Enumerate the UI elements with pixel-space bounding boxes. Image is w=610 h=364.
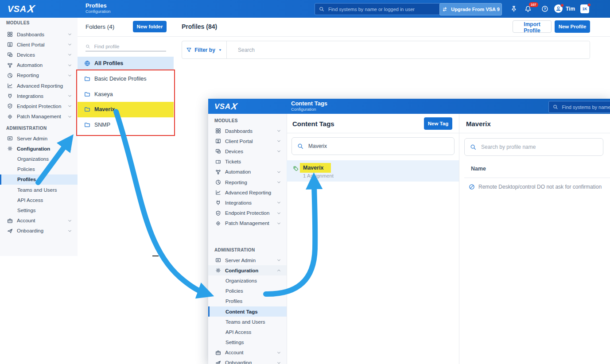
profile-row[interactable]: Remote Desktop/control DO not ask for co… [469, 183, 607, 190]
chevron-down-icon [276, 149, 281, 154]
chevron-down-icon [276, 170, 281, 174]
main-sidebar: MODULES Dashboards Client Portal Devices… [0, 18, 78, 256]
patch-management-icon [215, 221, 221, 226]
profile-search-input[interactable] [480, 143, 598, 151]
administration-section-label: ADMINISTRATION [214, 248, 255, 252]
chevron-up-icon [67, 146, 72, 151]
sidebar-item-patch-management[interactable]: Patch Management [0, 112, 78, 122]
sidebar-item-client-portal[interactable]: Client Portal [0, 39, 78, 50]
upgrade-label: Upgrade From VSA 9 [451, 7, 500, 12]
sidebar-item-settings[interactable]: Settings [0, 205, 78, 215]
sidebar-item-policies[interactable]: Policies [0, 164, 78, 174]
sidebar-item-account[interactable]: Account [208, 348, 287, 358]
chevron-down-icon [276, 360, 281, 364]
sidebar-item-api-access[interactable]: API Access [208, 327, 287, 337]
profile-search-field[interactable] [464, 138, 603, 156]
user-icon [556, 6, 561, 12]
sidebar-item-tickets[interactable]: Tickets [208, 157, 287, 167]
sidebar-item-server-admin[interactable]: Server Admin [0, 133, 78, 143]
integrations-icon [7, 93, 13, 99]
sidebar-item-dashboards[interactable]: Dashboards [208, 126, 287, 136]
tag-search-field[interactable] [291, 137, 455, 155]
sidebar-item-organizations[interactable]: Organizations [208, 275, 287, 286]
sidebar-item-policies[interactable]: Policies [208, 286, 287, 296]
user-name: Tim [566, 6, 575, 12]
sidebar-item-onboarding[interactable]: Onboarding [208, 358, 287, 364]
filter-by-dropdown[interactable]: Filter by [182, 41, 227, 58]
tag-row-maverix[interactable]: Maverix 1 Assignment [287, 160, 459, 182]
sidebar-item-endpoint-protection[interactable]: Endpoint Protection [0, 101, 78, 111]
all-profiles-row[interactable]: All Profiles [78, 57, 174, 70]
folders-title: Folders (4) [85, 23, 114, 30]
sidebar-item-advanced-reporting[interactable]: Advanced Reporting [208, 187, 287, 197]
global-search[interactable] [315, 3, 444, 15]
sidebar-item-devices[interactable]: Devices [208, 146, 287, 156]
sidebar-item-automation[interactable]: Automation [208, 167, 287, 177]
onboarding-icon [7, 228, 13, 234]
sidebar-item-client-portal[interactable]: Client Portal [208, 136, 287, 146]
sidebar-item-onboarding[interactable]: Onboarding [0, 226, 78, 236]
sidebar-item-profiles[interactable]: Profiles [208, 296, 287, 306]
help-icon[interactable]: ? [541, 5, 548, 12]
filter-bar: Filter by [182, 41, 590, 59]
sidebar-item-patch-management[interactable]: Patch Management [208, 218, 287, 228]
stray-mark [152, 256, 159, 256]
remote-desktop-icon [469, 184, 475, 190]
global-search-input[interactable] [327, 6, 440, 12]
sidebar-item-api-access[interactable]: API Access [0, 195, 78, 205]
globe-icon [84, 60, 90, 66]
new-profile-button[interactable]: New Profile [555, 20, 590, 33]
sidebar-item-integrations[interactable]: Integrations [0, 91, 78, 101]
new-folder-button[interactable]: New folder [133, 21, 167, 32]
sidebar-item-teams-and-users[interactable]: Teams and Users [0, 185, 78, 195]
profiles-search-input[interactable] [227, 41, 590, 58]
pin-icon[interactable] [510, 5, 517, 12]
import-profile-button[interactable]: Import Profile [513, 20, 552, 33]
sidebar-item-dashboards[interactable]: Dashboards [0, 29, 78, 39]
profiles-header: Profiles (84) Import Profile New Profile [174, 18, 610, 37]
global-search-input[interactable] [561, 104, 610, 110]
new-tag-button[interactable]: New Tag [424, 117, 452, 130]
search-icon [85, 44, 90, 49]
find-profile-field[interactable] [85, 42, 166, 51]
sidebar-item-server-admin[interactable]: Server Admin [208, 255, 287, 265]
tickets-icon [215, 159, 221, 165]
find-profile-input[interactable] [93, 43, 166, 50]
logo-text: VSA [214, 102, 230, 111]
sidebar-item-organizations[interactable]: Organizations [0, 154, 78, 164]
global-search[interactable] [548, 101, 610, 113]
sidebar-item-endpoint-protection[interactable]: Endpoint Protection [208, 208, 287, 218]
integrations-icon [215, 200, 221, 205]
client-portal-icon [7, 42, 13, 47]
page-subtitle: Configuration [291, 107, 327, 112]
chevron-down-icon [276, 200, 281, 205]
logo-x-text: X [26, 3, 35, 15]
sidebar-item-reporting[interactable]: Reporting [0, 70, 78, 81]
chevron-up-icon [276, 268, 281, 273]
sidebar-item-content-tags[interactable]: Content Tags [208, 306, 287, 317]
annotation-red-box [76, 70, 175, 136]
server-admin-icon [215, 257, 221, 263]
sidebar-item-profiles[interactable]: Profiles [0, 174, 78, 185]
sidebar-item-reporting[interactable]: Reporting [208, 177, 287, 187]
sidebar-item-configuration[interactable]: Configuration [0, 143, 78, 154]
sidebar-item-settings[interactable]: Settings [208, 337, 287, 348]
sidebar-item-advanced-reporting[interactable]: Advanced Reporting [0, 81, 78, 91]
vsax-logo[interactable]: VSAX [214, 101, 237, 112]
main-topbar: VSAX Profiles Configuration Upgrade From… [0, 0, 610, 18]
sidebar-item-configuration[interactable]: Configuration [208, 265, 287, 275]
sidebar-item-devices[interactable]: Devices [0, 50, 78, 60]
sidebar-item-automation[interactable]: Automation [0, 60, 78, 70]
avatar-status-dot [560, 4, 564, 7]
chevron-down-icon [276, 350, 281, 355]
kaseya-one-dot [587, 3, 591, 7]
advanced-reporting-icon [7, 83, 13, 89]
sidebar-item-account[interactable]: Account [0, 216, 78, 226]
sidebar-item-teams-and-users[interactable]: Teams and Users [208, 317, 287, 327]
tag-search-input[interactable] [307, 143, 449, 150]
gear-icon [215, 267, 221, 273]
vsax-logo[interactable]: VSAX [8, 3, 35, 15]
upgrade-button[interactable]: Upgrade From VSA 9 [439, 3, 502, 15]
sidebar-item-integrations[interactable]: Integrations [208, 197, 287, 208]
endpoint-protection-icon [7, 103, 13, 109]
